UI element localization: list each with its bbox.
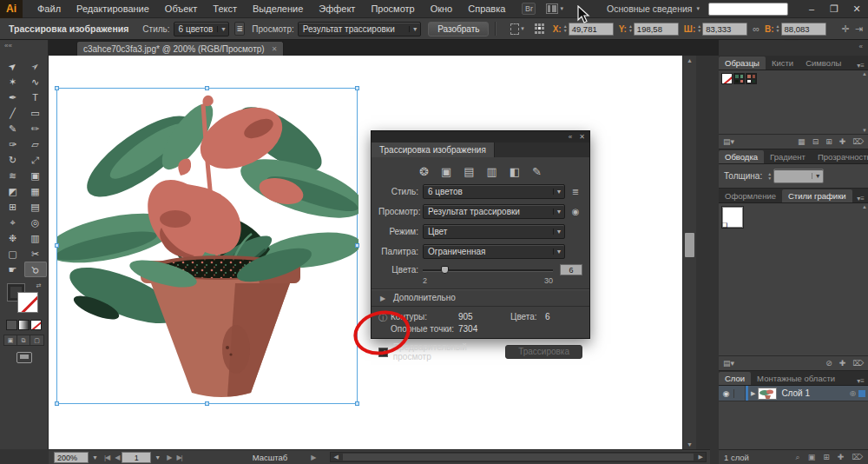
- close-tab-icon[interactable]: ✕: [272, 45, 278, 53]
- panel-menu-icon[interactable]: ▾≡: [857, 195, 868, 202]
- style-dropdown[interactable]: 6 цветов ▼: [174, 22, 230, 36]
- width-tool[interactable]: ≋: [2, 168, 24, 183]
- minimize-button[interactable]: –: [800, 1, 823, 17]
- layer-name[interactable]: Слой 1: [781, 388, 810, 398]
- scroll-left-icon[interactable]: ◀: [331, 454, 338, 461]
- image-trace-tab[interactable]: Трассировка изображения: [372, 143, 495, 157]
- selection-bounding-box[interactable]: [56, 88, 358, 404]
- tab-stroke-1[interactable]: Градиент: [764, 150, 812, 163]
- rotate-tool[interactable]: ↻: [2, 152, 24, 168]
- chevron-down-icon[interactable]: ▼: [151, 454, 164, 461]
- traced-plant-image[interactable]: [57, 89, 358, 405]
- selection-handle[interactable]: [355, 86, 359, 90]
- dock-collapse-icon[interactable]: «: [719, 40, 868, 56]
- pencil-tool[interactable]: ✏: [24, 121, 47, 136]
- panel-close-icon[interactable]: ✕: [579, 133, 585, 141]
- none-button[interactable]: [30, 320, 42, 330]
- selection-handle[interactable]: [355, 243, 359, 248]
- trace-mode-dropdown[interactable]: Цвет ▼: [423, 224, 565, 239]
- panel-menu-icon[interactable]: ▾≡: [857, 62, 868, 70]
- type-tool[interactable]: T: [24, 89, 47, 105]
- colors-value-input[interactable]: 6: [560, 264, 582, 275]
- new-layer-icon[interactable]: ✚: [838, 453, 845, 462]
- delete-swatch-icon[interactable]: ⌦: [852, 137, 864, 146]
- new-style-icon[interactable]: ✚: [839, 359, 846, 368]
- colors-slider[interactable]: [423, 265, 553, 275]
- preset-outline-icon[interactable]: ✎: [532, 165, 542, 178]
- menu-item-0[interactable]: Файл: [30, 0, 69, 18]
- first-artboard-icon[interactable]: |◀: [102, 454, 112, 461]
- hand-tool[interactable]: ☛: [2, 262, 24, 277]
- shape-builder-tool[interactable]: ◩: [2, 183, 24, 199]
- tab-stroke-0[interactable]: Обводка: [719, 150, 764, 163]
- eraser-tool[interactable]: ▱: [24, 136, 47, 152]
- eye-icon[interactable]: ◉: [569, 207, 582, 216]
- swatches-list[interactable]: ▲ ▼: [719, 70, 868, 135]
- prev-artboard-icon[interactable]: ◀: [112, 454, 122, 461]
- perspective-grid-tool[interactable]: ▦: [24, 183, 47, 199]
- tab-layers-1[interactable]: Монтажные области: [751, 372, 841, 385]
- horizontal-scrollbar[interactable]: ◀ ▶: [330, 452, 707, 462]
- preview-checkbox[interactable]: ✓: [378, 348, 388, 357]
- make-mask-icon[interactable]: ▣: [808, 453, 816, 462]
- link-dimensions-icon[interactable]: ∞: [753, 23, 760, 34]
- mesh-tool[interactable]: ⊞: [2, 199, 24, 215]
- paintbrush-tool[interactable]: ✎: [2, 121, 24, 136]
- scrollbar-thumb[interactable]: [685, 233, 694, 257]
- menu-item-6[interactable]: Просмотр: [363, 0, 422, 18]
- color-group-swatch-0[interactable]: [733, 73, 745, 84]
- blend-tool[interactable]: ◎: [24, 215, 47, 230]
- lasso-tool[interactable]: ∿: [24, 74, 47, 89]
- selection-handle[interactable]: [55, 243, 59, 248]
- tab-styles-1[interactable]: Стили графики: [782, 189, 852, 202]
- slider-thumb[interactable]: [441, 266, 449, 274]
- expand-button[interactable]: Разобрать: [428, 22, 489, 36]
- direct-selection-tool[interactable]: ➢: [24, 58, 47, 74]
- magic-wand-tool[interactable]: ✶: [2, 74, 24, 89]
- document-tab[interactable]: c3ahce70c3fa3.jpg* @ 200% (RGB/Просмотр)…: [76, 41, 284, 56]
- gradient-button[interactable]: [18, 320, 30, 330]
- column-graph-tool[interactable]: ▥: [24, 230, 47, 246]
- status-menu-icon[interactable]: ▶: [308, 454, 318, 461]
- selection-tool[interactable]: ➤: [2, 58, 24, 74]
- preset-low-color-icon[interactable]: ▤: [464, 165, 474, 178]
- break-link-icon[interactable]: ⊘: [825, 359, 832, 368]
- blob-brush-tool[interactable]: ✑: [2, 136, 24, 152]
- new-swatch-icon[interactable]: ✚: [839, 137, 846, 146]
- artboard-tool[interactable]: ▢: [2, 246, 24, 262]
- draw-behind-icon[interactable]: ⧉: [17, 335, 30, 345]
- reference-point-icon[interactable]: [535, 23, 544, 35]
- menu-item-1[interactable]: Редактирование: [69, 0, 157, 18]
- trace-palette-dropdown[interactable]: Ограниченная ▼: [423, 244, 565, 259]
- free-transform-tool[interactable]: ▣: [24, 168, 47, 183]
- trace-view-dropdown[interactable]: Результат трассировки ▼: [423, 204, 565, 219]
- swatch-libraries-icon[interactable]: ▤▾: [723, 137, 734, 146]
- close-button[interactable]: ✕: [845, 1, 868, 17]
- new-folder-icon[interactable]: ⊞: [825, 137, 832, 146]
- restore-button[interactable]: ❐: [823, 1, 845, 17]
- swap-fill-stroke-icon[interactable]: ⇄: [36, 282, 42, 289]
- preset-menu-icon[interactable]: ≣: [569, 187, 582, 196]
- line-segment-tool[interactable]: ╱: [2, 105, 24, 121]
- scrollbar-thumb[interactable]: [343, 454, 694, 461]
- scroll-down-icon[interactable]: ▼: [687, 441, 693, 447]
- delete-layer-icon[interactable]: ⌦: [852, 453, 863, 462]
- status-display[interactable]: Масштаб: [253, 453, 288, 462]
- symbol-sprayer-tool[interactable]: ❉: [2, 230, 24, 246]
- scroll-up-icon[interactable]: ▲: [862, 204, 867, 209]
- menu-item-2[interactable]: Объект: [157, 0, 205, 18]
- scroll-up-icon[interactable]: ▲: [862, 71, 867, 76]
- vertical-scrollbar[interactable]: ▲ ▼: [682, 56, 696, 449]
- lock-toggle-cell[interactable]: [734, 386, 746, 401]
- last-artboard-icon[interactable]: ▶|: [174, 454, 184, 461]
- tab-styles-0[interactable]: Оформление: [719, 189, 782, 202]
- new-sublayer-icon[interactable]: ⊞: [823, 453, 830, 462]
- preset-auto-color-icon[interactable]: ❂: [419, 165, 429, 178]
- arrange-documents-icon[interactable]: ▾: [546, 3, 563, 14]
- chevron-down-icon[interactable]: ▼: [89, 454, 102, 461]
- stepper-icon[interactable]: ▲▼: [628, 24, 633, 33]
- zoom-tool[interactable]: ⚲: [24, 262, 47, 277]
- gradient-tool[interactable]: ▤: [24, 199, 47, 215]
- panel-collapse-icon[interactable]: «: [569, 133, 572, 141]
- stroke-weight-dropdown[interactable]: ▼: [773, 169, 824, 183]
